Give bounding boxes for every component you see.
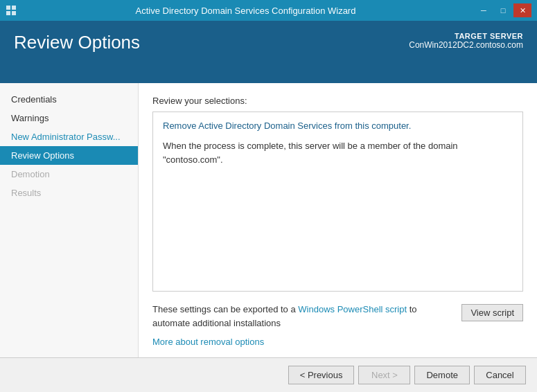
review-line1: Remove Active Directory Domain Services … [163, 121, 513, 131]
next-button: Next > [358, 366, 410, 384]
review-line2-part1: When the process is complete, this serve… [163, 141, 458, 151]
window-controls: ─ □ ✕ [475, 3, 531, 17]
target-server-label: TARGET SERVER [409, 32, 523, 40]
sidebar-item-review-options[interactable]: Review Options [0, 146, 138, 165]
review-line2-domain: "contoso.com" [163, 154, 220, 165]
maximize-button[interactable]: □ [494, 3, 512, 17]
main-window: Review Options TARGET SERVER ConWin2012D… [0, 21, 537, 392]
close-button[interactable]: ✕ [513, 3, 531, 17]
svg-rect-0 [6, 6, 10, 10]
header: Review Options TARGET SERVER ConWin2012D… [0, 21, 537, 83]
sidebar-item-credentials[interactable]: Credentials [0, 90, 138, 109]
review-selections-label: Review your selections: [152, 96, 523, 106]
sidebar-item-results: Results [0, 184, 138, 202]
svg-rect-1 [12, 6, 16, 10]
footer: < Previous Next > Demote Cancel [0, 357, 537, 392]
target-server-name: ConWin2012DC2.contoso.com [409, 40, 523, 50]
app-icon [6, 5, 17, 16]
export-row: These settings can be exported to a Wind… [152, 303, 523, 330]
sidebar: Credentials Warnings New Administrator P… [0, 83, 139, 357]
svg-rect-3 [12, 11, 16, 15]
target-server-info: TARGET SERVER ConWin2012DC2.contoso.com [409, 32, 523, 50]
minimize-button[interactable]: ─ [475, 3, 493, 17]
main-content: Review your selections: Remove Active Di… [139, 83, 537, 357]
demote-button[interactable]: Demote [414, 366, 470, 384]
more-about-removal-link[interactable]: More about removal options [152, 337, 264, 347]
sidebar-item-warnings[interactable]: Warnings [0, 109, 138, 127]
export-text-part1: These settings can be exported to a [152, 304, 298, 314]
cancel-button[interactable]: Cancel [474, 366, 526, 384]
export-link[interactable]: Windows PowerShell script [298, 304, 407, 314]
sidebar-item-demotion: Demotion [0, 165, 138, 184]
review-line2-end: . [220, 154, 223, 165]
previous-button[interactable]: < Previous [288, 366, 355, 384]
export-text: These settings can be exported to a Wind… [152, 303, 461, 330]
svg-rect-2 [6, 11, 10, 15]
page-title: Review Options [14, 32, 140, 53]
content-area: Credentials Warnings New Administrator P… [0, 83, 537, 357]
view-script-button[interactable]: View script [461, 304, 523, 321]
sidebar-item-new-admin-password[interactable]: New Administrator Passw... [0, 127, 138, 146]
review-box: Remove Active Directory Domain Services … [152, 112, 523, 292]
window-title: Active Directory Domain Services Configu… [17, 6, 475, 16]
review-line2: When the process is complete, this serve… [163, 139, 513, 166]
title-bar: Active Directory Domain Services Configu… [0, 0, 537, 21]
